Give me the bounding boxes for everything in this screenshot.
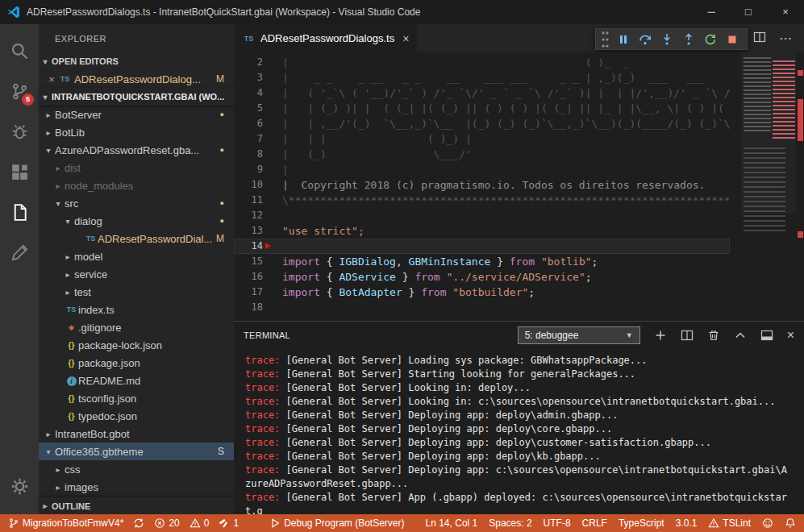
tree-item-botlib[interactable]: ▸BotLib <box>39 123 234 141</box>
step-out-button[interactable] <box>677 29 699 49</box>
cursor-position[interactable]: Ln 14, Col 1 <box>426 517 478 529</box>
more-actions-icon[interactable]: ⋯ <box>779 31 793 46</box>
tree-item-botserver[interactable]: ▸BotServer● <box>39 106 234 123</box>
terminal-output[interactable]: trace: [General Bot Server] Loading sys … <box>234 348 804 514</box>
indentation[interactable]: Spaces: 2 <box>489 517 531 529</box>
code-editor[interactable]: 2| ( )_ _ |3| _ _ _ __ _ _ __ ___ ___ _ … <box>234 52 804 321</box>
code-line-13[interactable]: 13"use strict"; <box>234 223 730 239</box>
feedback-smiley-icon[interactable] <box>762 517 773 529</box>
open-editor-item[interactable]: × TS ADResetPasswordDialog... M <box>39 70 234 88</box>
error-count[interactable]: 20 <box>154 517 179 529</box>
maximize-panel-icon[interactable] <box>734 329 747 342</box>
panel-layout-icon[interactable] <box>760 329 773 342</box>
tree-item-office365-gbtheme[interactable]: ▾Office365.gbthemeS <box>39 443 234 460</box>
new-terminal-icon[interactable] <box>654 329 667 342</box>
drag-handle-icon[interactable] <box>600 32 610 47</box>
code-line-16[interactable]: 16import { ADService } from "../service/… <box>234 269 730 285</box>
warning-count[interactable]: 0 <box>190 517 210 529</box>
tree-item-images[interactable]: ▸images <box>39 478 234 496</box>
sync-icon[interactable] <box>133 517 144 529</box>
open-editors-header[interactable]: ▾ OPEN EDITORS <box>39 52 234 70</box>
search-icon[interactable] <box>0 31 39 71</box>
source-control-icon[interactable]: 5 <box>0 71 39 111</box>
code-line-4[interactable]: 4| ( '_`\ ( '__)/'_` ) /'_ `\/' _ ` _ `\… <box>234 85 730 101</box>
edit-pencil-icon[interactable] <box>0 232 39 272</box>
extensions-icon[interactable] <box>0 152 39 192</box>
scrollbar[interactable] <box>797 52 804 321</box>
minimize-button[interactable]: ─ <box>693 0 730 24</box>
tree-item-service[interactable]: ▸service <box>39 265 234 283</box>
code-line-9[interactable]: 9| | <box>234 162 730 177</box>
tree-item-azureadpasswordreset-gba[interactable]: ▾AzureADPasswordReset.gba...● <box>39 141 234 159</box>
pause-button[interactable] <box>612 29 634 49</box>
tree-item-index-ts[interactable]: TSindex.ts <box>39 301 234 318</box>
language-mode[interactable]: TypeScript <box>619 517 664 529</box>
kill-terminal-trash-icon[interactable] <box>707 329 720 342</box>
tree-item-package-lock-json[interactable]: {}package-lock.json <box>39 336 234 354</box>
tree-item-model[interactable]: ▸model <box>39 247 234 265</box>
tree-item-readme-md[interactable]: iREADME.md <box>39 372 234 389</box>
close-editor-icon[interactable]: × <box>45 73 58 85</box>
code-text <box>282 239 730 254</box>
tree-item-adresetpassworddial[interactable]: TSADResetPasswordDial...M <box>39 230 234 247</box>
code-line-8[interactable]: 8| (_) \___/' | <box>234 147 730 162</box>
tree-item-dist[interactable]: ▸dist <box>39 159 234 177</box>
explorer-files-icon[interactable] <box>0 192 39 232</box>
maximize-button[interactable]: □ <box>730 0 767 24</box>
tree-item-dialog[interactable]: ▾dialog● <box>39 212 234 230</box>
code-line-7[interactable]: 7| | | ( )_) | | <box>234 131 730 147</box>
code-line-6[interactable]: 6| | ,__/'(_) `\__,_)`\__ |(_) (_) (_)`\… <box>234 116 730 131</box>
code-text: import { BotAdapter } from "botbuilder"; <box>282 285 730 300</box>
close-button[interactable]: × <box>767 0 804 24</box>
code-line-15[interactable]: 15import { IGBDialog, GBMinInstance } fr… <box>234 254 730 269</box>
tree-item-gitignore[interactable]: ◆.gitignore <box>39 318 234 336</box>
tree-item-test[interactable]: ▸test <box>39 283 234 301</box>
split-terminal-icon[interactable] <box>681 329 694 342</box>
close-panel-icon[interactable]: × <box>787 329 794 342</box>
tree-item-css[interactable]: ▸css <box>39 460 234 478</box>
branch-indicator[interactable]: MigrationToBotFmwV4* <box>8 517 123 529</box>
terminal-tab[interactable]: TERMINAL <box>244 330 290 340</box>
code-line-12[interactable]: 12 <box>234 208 730 223</box>
outline-header[interactable]: ▸ OUTLINE <box>39 497 234 514</box>
info-file-icon: i <box>65 376 78 386</box>
terminal-selector[interactable]: 5: debuggee ▼ <box>518 326 640 344</box>
open-editors-label: OPEN EDITORS <box>52 56 119 66</box>
encoding[interactable]: UTF-8 <box>544 517 571 529</box>
tools-count[interactable]: 1 <box>219 517 239 529</box>
restart-button[interactable] <box>699 29 721 49</box>
tree-item-package-json[interactable]: {}package.json <box>39 354 234 372</box>
code-line-18[interactable]: 18 <box>234 300 730 315</box>
tree-item-typedoc-json[interactable]: {}typedoc.json <box>39 407 234 425</box>
tree-item-src[interactable]: ▾src● <box>39 194 234 212</box>
tab-close-icon[interactable]: × <box>402 32 409 45</box>
code-line-14[interactable]: 14 <box>234 239 730 254</box>
tslint-status[interactable]: TSLint <box>708 517 751 529</box>
step-into-button[interactable] <box>656 29 677 49</box>
log-text: [General Bot Server] Looking in: c:\sour… <box>280 396 775 407</box>
workspace-section-header[interactable]: ▾ INTRANETBOTQUICKSTART.GBAI (WO... <box>39 88 234 106</box>
tree-item-tsconfig-json[interactable]: {}tsconfig.json <box>39 389 234 407</box>
notifications-bell-icon[interactable] <box>785 517 796 529</box>
code-line-5[interactable]: 5| | (_) )| | ( (_| |( (_) || ( ) ( ) |(… <box>234 101 730 116</box>
tab-adresetpassworddialogs[interactable]: TS ADResetPasswordDialogs.ts × <box>234 24 417 52</box>
settings-gear-icon[interactable] <box>0 466 39 506</box>
step-over-button[interactable] <box>634 29 656 49</box>
tree-item-node-modules[interactable]: ▸node_modules <box>39 177 234 194</box>
log-level: trace: <box>245 368 280 380</box>
debug-icon[interactable] <box>0 111 39 152</box>
code-line-10[interactable]: 10| Copyright 2018 (c) pragmatismo.io. T… <box>234 177 730 193</box>
activity-bar: 5 <box>0 24 39 514</box>
code-line-2[interactable]: 2| ( )_ _ | <box>234 55 730 70</box>
code-line-17[interactable]: 17import { BotAdapter } from "botbuilder… <box>234 285 730 300</box>
tree-item-intranetbot-gbot[interactable]: ▸IntranetBot.gbot <box>39 425 234 443</box>
split-editor-icon[interactable] <box>753 31 766 47</box>
minimap[interactable] <box>741 52 796 321</box>
typescript-version[interactable]: 3.0.1 <box>676 517 698 529</box>
code-line-11[interactable]: 11\*************************************… <box>234 193 730 208</box>
stop-button[interactable] <box>721 29 743 49</box>
debug-status[interactable]: Debug Program (BotServer) <box>269 517 404 529</box>
code-line-3[interactable]: 3| _ _ _ __ _ _ __ ___ ___ _ _ | ,_)(_) … <box>234 70 730 85</box>
panel-header: TERMINAL 5: debuggee ▼ <box>234 322 804 348</box>
eol-sequence[interactable]: CRLF <box>582 517 607 529</box>
